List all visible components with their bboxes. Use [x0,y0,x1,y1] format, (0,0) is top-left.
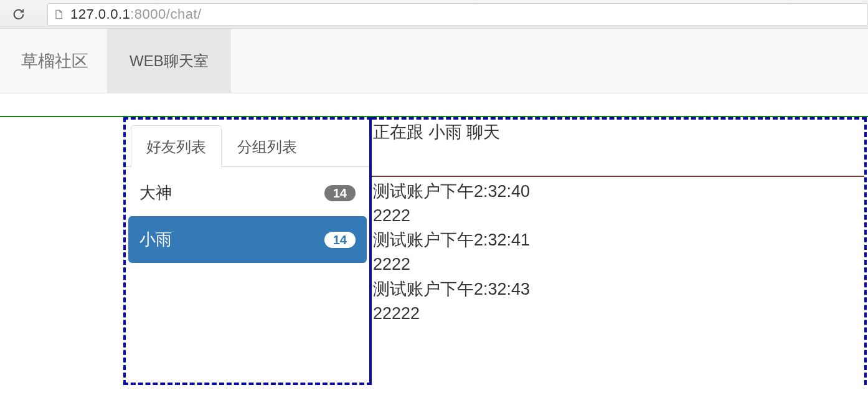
url-host: 127.0.0.1 [70,6,130,22]
chat-messages: 测试账户下午2:32:40 2222 测试账户下午2:32:41 2222 测试… [372,177,864,328]
url-port: :8000 [130,6,166,22]
browser-toolbar: 127.0.0.1:8000/chat/ [0,0,868,29]
top-nav: 草榴社区 WEB聊天室 [0,29,868,93]
reload-icon[interactable] [9,4,29,24]
tab-groups[interactable]: 分组列表 [222,125,313,167]
friend-item[interactable]: 大神 14 [126,169,369,216]
chat-message: 测试账户下午2:32:40 2222 [373,179,863,228]
chat-pane: 正在跟 小雨 聊天 测试账户下午2:32:40 2222 测试账户下午2:32:… [372,117,867,385]
url-path: /chat/ [166,6,202,22]
message-text: 22222 [373,302,863,326]
sidebar: 好友列表 分组列表 大神 14 小雨 14 [123,117,372,385]
message-text: 2222 [373,252,863,277]
friends-list: 大神 14 小雨 14 [126,169,369,263]
friend-badge: 14 [324,232,356,248]
friend-name: 大神 [139,182,172,204]
friend-badge: 14 [324,185,356,201]
brand-link[interactable]: 草榴社区 [0,29,107,93]
tab-friends[interactable]: 好友列表 [131,125,222,167]
message-meta: 测试账户下午2:32:40 [373,179,863,204]
address-bar[interactable]: 127.0.0.1:8000/chat/ [47,3,868,26]
chat-layout: 好友列表 分组列表 大神 14 小雨 14 正在跟 小雨 聊天 测试账户下午2:… [123,117,867,385]
friend-item[interactable]: 小雨 14 [128,216,367,263]
chat-message: 测试账户下午2:32:43 22222 [373,277,863,326]
message-text: 2222 [373,204,863,228]
url-text: 127.0.0.1:8000/chat/ [70,6,202,22]
main-container: 好友列表 分组列表 大神 14 小雨 14 正在跟 小雨 聊天 测试账户下午2:… [0,116,868,385]
message-meta: 测试账户下午2:32:43 [373,277,863,302]
sidebar-tabs: 好友列表 分组列表 [126,120,369,167]
nav-item-chatroom[interactable]: WEB聊天室 [107,29,231,93]
chat-message: 测试账户下午2:32:41 2222 [373,228,863,277]
page-icon [53,9,64,20]
friend-name: 小雨 [139,229,172,250]
message-meta: 测试账户下午2:32:41 [373,228,863,252]
chat-header: 正在跟 小雨 聊天 [372,120,864,177]
